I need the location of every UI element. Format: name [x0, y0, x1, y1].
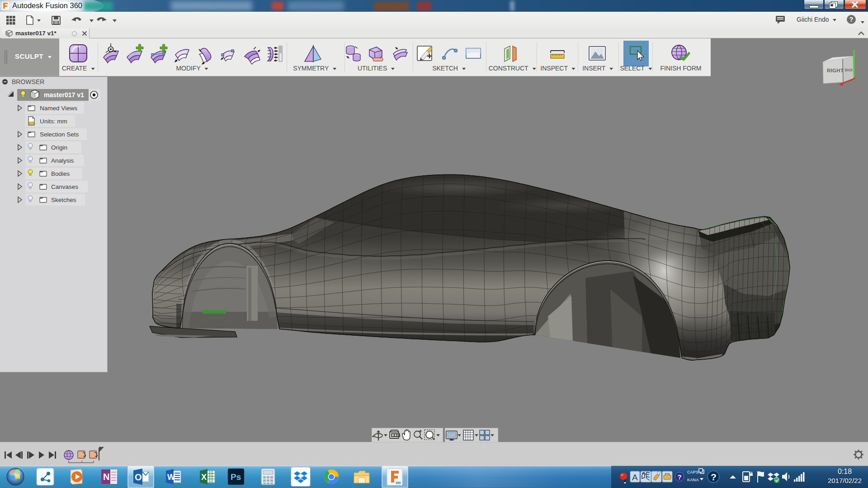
svg-text:RIGHT: RIGHT: [827, 68, 844, 73]
svg-text:Named Views: Named Views: [40, 105, 77, 112]
svg-text:Analysis: Analysis: [51, 157, 74, 164]
svg-text:Sketches: Sketches: [51, 197, 76, 203]
svg-text:Bodies: Bodies: [51, 170, 70, 177]
svg-text:KANA: KANA: [687, 478, 699, 482]
svg-text:X: X: [201, 473, 207, 482]
svg-text:O: O: [135, 472, 142, 482]
svg-text:?: ?: [711, 472, 717, 482]
svg-text:N: N: [103, 472, 109, 482]
svg-text:BACK: BACK: [845, 68, 853, 72]
svg-text:Canvases: Canvases: [51, 183, 78, 190]
svg-text:Ps: Ps: [231, 472, 241, 482]
svg-text:master017 v1: master017 v1: [44, 91, 84, 99]
svg-text:Units: mm: Units: mm: [40, 118, 67, 125]
svg-text:Origin: Origin: [51, 144, 67, 151]
svg-text:W: W: [167, 473, 175, 482]
svg-text:360: 360: [396, 481, 401, 484]
svg-text:CAPS: CAPS: [687, 470, 699, 474]
svg-text:?: ?: [678, 473, 682, 481]
svg-text:Selection Sets: Selection Sets: [40, 131, 79, 138]
svg-text:A: A: [632, 473, 638, 482]
